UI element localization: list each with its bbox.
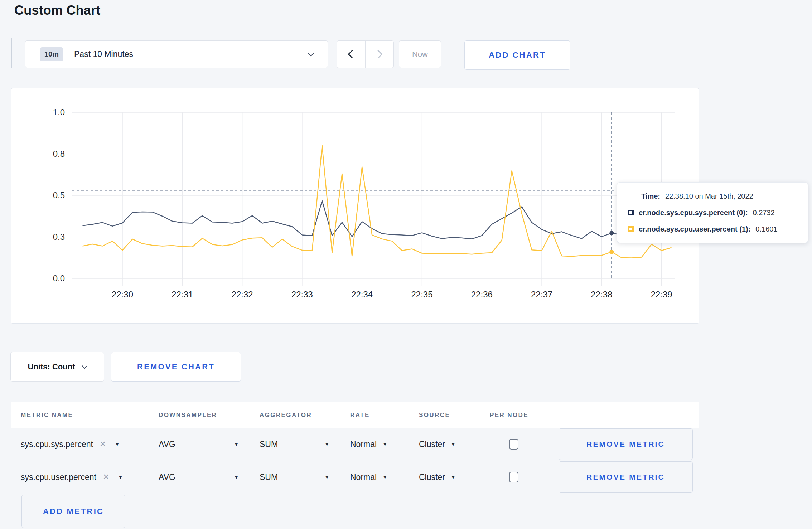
time-nav-group	[337, 40, 394, 68]
downsampler-value: AVG	[159, 440, 175, 449]
toolbar-divider	[11, 38, 12, 68]
add-chart-label: ADD CHART	[489, 50, 546, 60]
clear-metric-icon[interactable]: ✕	[103, 472, 109, 482]
svg-text:0.0: 0.0	[53, 273, 65, 283]
table-row: sys.cpu.sys.percent ✕ ▼ AVG ▼ SUM ▼ Norm…	[11, 428, 699, 461]
timescale-label: Past 10 Minutes	[74, 49, 133, 59]
downsampler-select[interactable]: AVG ▼	[159, 440, 260, 449]
clear-metric-icon[interactable]: ✕	[100, 440, 106, 449]
svg-text:0.5: 0.5	[53, 190, 65, 200]
aggregator-value: SUM	[260, 472, 278, 482]
time-forward-button[interactable]	[365, 41, 394, 68]
add-metric-button[interactable]: ADD METRIC	[21, 495, 125, 528]
triangle-down-icon: ▼	[118, 474, 123, 480]
remove-chart-button[interactable]: REMOVE CHART	[111, 352, 241, 382]
per-node-checkbox[interactable]	[509, 439, 518, 450]
source-select[interactable]: Cluster ▼	[419, 440, 490, 449]
svg-text:0.3: 0.3	[53, 232, 65, 242]
downsampler-select[interactable]: AVG ▼	[159, 472, 260, 482]
chart-tooltip: Time: 22:38:10 on Mar 15th, 2022 cr.node…	[617, 182, 808, 243]
svg-text:22:36: 22:36	[471, 290, 493, 299]
tooltip-time-label: Time:	[641, 192, 660, 200]
svg-text:22:32: 22:32	[232, 290, 253, 299]
triangle-down-icon: ▼	[451, 441, 456, 447]
tooltip-series-label: cr.node.sys.cpu.user.percent (1):	[639, 225, 750, 233]
svg-text:0.8: 0.8	[53, 149, 65, 159]
triangle-down-icon: ▼	[234, 474, 239, 480]
tooltip-series-label: cr.node.sys.cpu.sys.percent (0):	[639, 209, 748, 217]
time-back-button[interactable]	[337, 41, 365, 68]
triangle-down-icon: ▼	[234, 441, 239, 447]
source-select[interactable]: Cluster ▼	[419, 472, 490, 482]
table-row: sys.cpu.user.percent ✕ ▼ AVG ▼ SUM ▼ Nor…	[11, 461, 699, 494]
header-source: SOURCE	[419, 412, 490, 419]
page-title: Custom Chart	[14, 3, 100, 18]
rate-select[interactable]: Normal ▼	[350, 440, 419, 449]
rate-value: Normal	[350, 472, 377, 482]
chart-card: 0.00.30.50.81.022:3022:3122:3222:3322:34…	[11, 88, 699, 324]
tooltip-series-value: 0.2732	[753, 209, 775, 217]
units-dropdown[interactable]: Units: Count	[10, 352, 104, 382]
add-metric-label: ADD METRIC	[43, 507, 104, 516]
triangle-down-icon: ▼	[451, 474, 456, 480]
svg-text:22:37: 22:37	[531, 290, 552, 299]
remove-metric-label: REMOVE METRIC	[586, 473, 665, 481]
remove-metric-button[interactable]: REMOVE METRIC	[559, 428, 693, 460]
aggregator-select[interactable]: SUM ▼	[260, 472, 350, 482]
tooltip-series-value: 0.1601	[755, 225, 777, 233]
header-aggregator: AGGREGATOR	[260, 412, 350, 419]
svg-text:22:39: 22:39	[651, 290, 672, 299]
tooltip-series-row: cr.node.sys.cpu.user.percent (1): 0.1601	[628, 224, 801, 234]
chevron-down-icon	[82, 363, 88, 369]
triangle-down-icon: ▼	[324, 474, 329, 480]
source-value: Cluster	[419, 440, 445, 449]
triangle-down-icon: ▼	[382, 441, 387, 447]
source-value: Cluster	[419, 472, 445, 482]
remove-chart-label: REMOVE CHART	[137, 362, 215, 372]
header-rate: RATE	[350, 412, 419, 419]
now-button-label: Now	[412, 50, 428, 59]
svg-text:22:30: 22:30	[112, 290, 133, 299]
svg-text:22:38: 22:38	[591, 290, 612, 299]
tooltip-time-value: 22:38:10 on Mar 15th, 2022	[665, 192, 753, 200]
series-swatch-icon	[628, 226, 634, 232]
svg-text:22:31: 22:31	[171, 290, 193, 299]
series-swatch-icon	[628, 210, 634, 215]
triangle-down-icon: ▼	[382, 474, 387, 480]
tooltip-time-row: Time: 22:38:10 on Mar 15th, 2022	[628, 191, 801, 202]
aggregator-value: SUM	[260, 440, 278, 449]
downsampler-value: AVG	[159, 472, 175, 482]
add-chart-button[interactable]: ADD CHART	[464, 40, 570, 70]
metrics-table-body: sys.cpu.sys.percent ✕ ▼ AVG ▼ SUM ▼ Norm…	[11, 428, 699, 494]
tooltip-series-row: cr.node.sys.cpu.sys.percent (0): 0.2732	[628, 207, 801, 218]
rate-select[interactable]: Normal ▼	[350, 472, 419, 482]
svg-text:22:33: 22:33	[291, 290, 313, 299]
chart-svg[interactable]: 0.00.30.50.81.022:3022:3122:3222:3322:34…	[11, 88, 700, 324]
per-node-checkbox[interactable]	[509, 472, 518, 482]
metrics-table-header: METRIC NAME DOWNSAMPLER AGGREGATOR RATE …	[11, 402, 699, 428]
metric-name-select[interactable]: sys.cpu.user.percent ✕ ▼	[21, 472, 159, 482]
svg-text:22:35: 22:35	[411, 290, 432, 299]
header-metric-name: METRIC NAME	[21, 412, 159, 419]
chevron-down-icon	[308, 50, 314, 56]
units-label: Units: Count	[28, 362, 75, 372]
now-button[interactable]: Now	[399, 40, 441, 68]
remove-metric-label: REMOVE METRIC	[586, 440, 665, 448]
metric-name-value: sys.cpu.user.percent	[21, 472, 96, 482]
triangle-down-icon: ▼	[115, 441, 120, 447]
rate-value: Normal	[350, 440, 377, 449]
aggregator-select[interactable]: SUM ▼	[260, 440, 350, 449]
metric-name-value: sys.cpu.sys.percent	[21, 440, 93, 449]
svg-text:1.0: 1.0	[53, 107, 65, 117]
timescale-badge: 10m	[40, 47, 63, 61]
chevron-left-icon	[348, 50, 356, 58]
header-downsampler: DOWNSAMPLER	[159, 412, 260, 419]
remove-metric-button[interactable]: REMOVE METRIC	[559, 461, 693, 493]
header-per-node: PER NODE	[490, 412, 559, 419]
metric-name-select[interactable]: sys.cpu.sys.percent ✕ ▼	[21, 440, 159, 449]
timescale-dropdown[interactable]: 10m Past 10 Minutes	[25, 40, 328, 68]
triangle-down-icon: ▼	[324, 441, 329, 447]
chevron-right-icon	[374, 50, 383, 58]
svg-text:22:34: 22:34	[351, 290, 373, 299]
